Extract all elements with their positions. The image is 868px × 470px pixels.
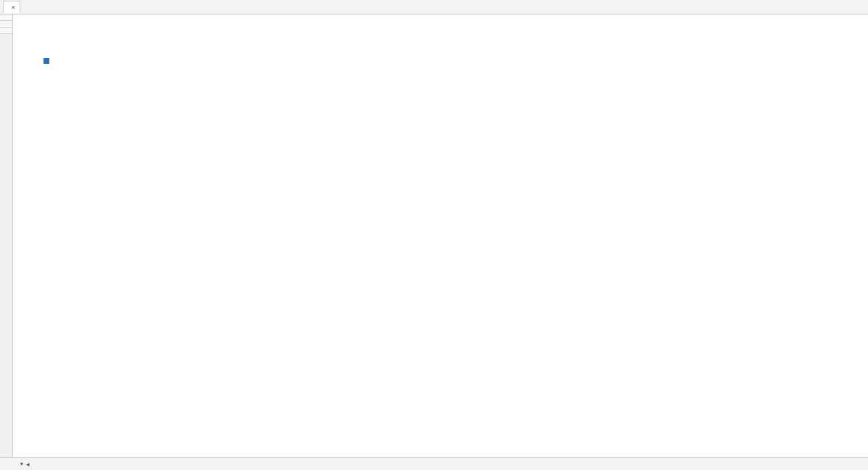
selection-highlight-box: [44, 58, 49, 64]
code-area[interactable]: [44, 15, 868, 457]
line-number-gutter: [13, 15, 44, 457]
side-tabs: [0, 15, 13, 457]
side-tab-functions[interactable]: [0, 21, 12, 28]
side-tab-dmv[interactable]: [0, 28, 12, 34]
close-icon[interactable]: ×: [11, 3, 15, 12]
nav-left-icon[interactable]: ◂: [26, 461, 30, 468]
tab-bar: ×: [0, 0, 868, 15]
tab-query1[interactable]: ×: [3, 1, 20, 13]
code-editor[interactable]: [13, 15, 868, 457]
editor-window: × ▾ ◂: [0, 0, 868, 470]
main-area: [0, 15, 868, 457]
status-bar: ▾ ◂: [0, 457, 868, 470]
zoom-dropdown-icon[interactable]: ▾: [20, 461, 23, 467]
side-tab-metadata[interactable]: [0, 15, 12, 21]
